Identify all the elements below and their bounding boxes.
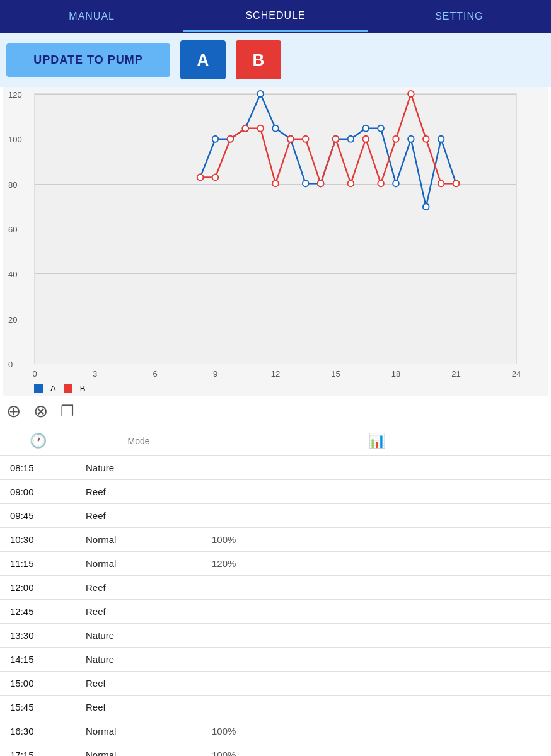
row-mode: Nature: [76, 456, 202, 480]
table-row[interactable]: 15:00Reef: [0, 672, 551, 696]
row-value: 100%: [202, 528, 551, 552]
dot-b-12: [362, 136, 369, 142]
row-mode: Reef: [76, 672, 202, 696]
dot-b-18: [453, 180, 460, 186]
row-mode: Reef: [76, 576, 202, 600]
row-mode: Reef: [76, 600, 202, 624]
dot-a-12: [362, 125, 369, 132]
table-row[interactable]: 09:00Reef: [0, 480, 551, 504]
mode-header-label: Mode: [127, 436, 149, 446]
dot-a-16: [423, 203, 429, 210]
dot-a-2: [212, 136, 219, 142]
row-value: [202, 672, 551, 696]
chart-legend: A B: [34, 384, 85, 393]
row-mode: Normal: [76, 528, 202, 552]
row-mode: Nature: [76, 624, 202, 648]
row-time: 15:45: [0, 696, 76, 719]
table-header-row: 🕐 Mode 📊: [0, 427, 551, 456]
row-value: [202, 648, 551, 672]
row-mode: Reef: [76, 504, 202, 528]
dot-b-9: [318, 180, 324, 186]
bar-chart-icon: 📊: [368, 433, 385, 449]
x-label-3: 3: [93, 369, 97, 379]
table-row[interactable]: 14:15Nature: [0, 648, 551, 672]
row-mode: Nature: [76, 648, 202, 672]
x-label-0: 0: [32, 369, 37, 379]
row-value: [202, 696, 551, 719]
nav-schedule[interactable]: SCHEDULE: [183, 1, 367, 32]
table-row[interactable]: 13:30Nature: [0, 624, 551, 648]
row-mode: Normal: [76, 552, 202, 576]
dot-b-1: [197, 174, 204, 180]
row-value: 100%: [202, 719, 551, 743]
table-row[interactable]: 16:30Normal100%: [0, 719, 551, 743]
row-mode: Reef: [76, 480, 202, 504]
row-time: 15:00: [0, 672, 76, 696]
dot-a-15: [408, 136, 414, 142]
row-mode: Normal: [76, 743, 202, 757]
table-row[interactable]: 11:15Normal120%: [0, 552, 551, 576]
dot-b-11: [348, 180, 354, 186]
x-label-15: 15: [331, 369, 340, 379]
row-time: 09:00: [0, 480, 76, 504]
dot-a-8: [303, 180, 309, 186]
add-icon[interactable]: ⊕: [6, 401, 21, 421]
row-value: [202, 600, 551, 624]
dot-a-17: [438, 136, 444, 142]
row-time: 17:15: [0, 743, 76, 757]
remove-icon[interactable]: ⊗: [33, 401, 48, 421]
row-time: 14:15: [0, 648, 76, 672]
top-navigation: MANUAL SCHEDULE SETTING: [0, 0, 551, 33]
dot-b-10: [333, 136, 339, 142]
nav-setting[interactable]: SETTING: [368, 2, 551, 31]
dot-a-11: [348, 136, 354, 142]
table-row[interactable]: 15:45Reef: [0, 696, 551, 719]
channel-a-button[interactable]: A: [180, 40, 226, 79]
schedule-table: 🕐 Mode 📊 08:15Nature09:00Reef09:45Reef10…: [0, 427, 551, 756]
chart-container: 120 100 80 60 40 20 0 0 3 6 9 12 15 18 2…: [3, 87, 548, 396]
x-label-9: 9: [213, 369, 218, 379]
dot-a-6: [272, 125, 279, 132]
dot-b-4: [242, 125, 248, 132]
table-row[interactable]: 17:15Normal100%: [0, 743, 551, 757]
row-value: [202, 456, 551, 480]
row-value: [202, 480, 551, 504]
row-time: 09:45: [0, 504, 76, 528]
copy-icon[interactable]: ❐: [61, 403, 74, 420]
y-label-20: 20: [8, 314, 17, 324]
time-header: 🕐: [0, 427, 76, 456]
chart-svg: [35, 94, 516, 364]
legend-b-label: B: [80, 384, 86, 393]
x-label-21: 21: [451, 369, 460, 379]
clock-icon: 🕐: [30, 433, 47, 449]
table-row[interactable]: 08:15Nature: [0, 456, 551, 480]
row-time: 12:45: [0, 600, 76, 624]
line-a: [200, 94, 456, 207]
x-label-6: 6: [153, 369, 157, 379]
dot-b-14: [393, 136, 399, 142]
table-row[interactable]: 10:30Normal100%: [0, 528, 551, 552]
row-time: 11:15: [0, 552, 76, 576]
legend-b-box: [64, 384, 72, 393]
x-label-18: 18: [392, 369, 400, 379]
dot-b-5: [257, 125, 264, 132]
dot-a-13: [378, 125, 384, 132]
table-row[interactable]: 09:45Reef: [0, 504, 551, 528]
dot-b-3: [228, 136, 234, 142]
channel-b-button[interactable]: B: [236, 40, 281, 79]
schedule-tbody: 08:15Nature09:00Reef09:45Reef10:30Normal…: [0, 456, 551, 757]
nav-manual[interactable]: MANUAL: [0, 2, 183, 31]
table-row[interactable]: 12:45Reef: [0, 600, 551, 624]
dot-b-2: [212, 174, 219, 180]
update-to-pump-button[interactable]: UPDATE TO PUMP: [6, 43, 170, 77]
row-time: 16:30: [0, 719, 76, 743]
table-row[interactable]: 12:00Reef: [0, 576, 551, 600]
row-value: 120%: [202, 552, 551, 576]
dot-b-6: [272, 180, 279, 186]
controls-row: ⊕ ⊗ ❐: [0, 396, 551, 427]
dot-a-5: [257, 91, 264, 97]
dot-b-15: [408, 91, 414, 97]
dot-b-16: [423, 136, 429, 142]
row-mode: Normal: [76, 719, 202, 743]
dot-b-17: [438, 180, 444, 186]
